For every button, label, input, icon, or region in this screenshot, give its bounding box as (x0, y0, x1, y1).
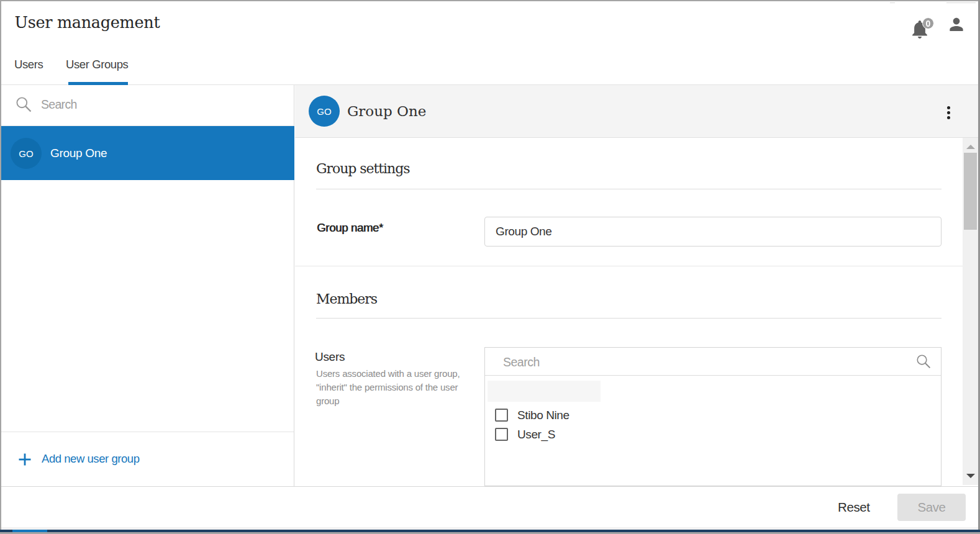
chrome-artifact-tick (890, 2, 895, 3)
section-divider (295, 266, 963, 266)
reset-button[interactable]: Reset (838, 487, 870, 528)
group-list-item-selected[interactable]: GO Group One (1, 126, 294, 180)
tab-user-groups[interactable]: User Groups (66, 58, 128, 71)
sidebar-search-input[interactable] (41, 92, 277, 117)
group-name: Group One (50, 126, 107, 180)
detail-header: GO Group One (295, 85, 978, 138)
window-bottom-progress-segment (12, 530, 47, 532)
user-option-row[interactable]: Stibo Nine (485, 405, 941, 425)
scrollbar-thumb[interactable] (964, 153, 977, 230)
users-picker: Stibo Nine User_S (484, 347, 941, 486)
users-label: Users (315, 350, 345, 364)
group-list-sidebar: GO Group One Add new user group (1, 85, 294, 486)
scroll-up-arrow-icon[interactable] (966, 145, 975, 149)
person-icon (947, 16, 966, 34)
user-option-row[interactable]: User_S (485, 425, 941, 444)
notification-badge: 0 (922, 17, 934, 29)
account-button[interactable] (947, 16, 966, 34)
group-avatar: GO (11, 138, 42, 169)
save-button[interactable]: Save (897, 494, 966, 521)
kebab-dot (947, 106, 950, 109)
chrome-artifact-line (946, 2, 976, 3)
users-help-text: Users associated with a user group, "inh… (316, 367, 502, 408)
add-new-user-group-button[interactable]: Add new user group (1, 432, 294, 486)
detail-content: Group settings Group name* Members Users… (295, 138, 963, 486)
page-title: User management (15, 13, 160, 32)
window-border-left (0, 0, 1, 532)
kebab-dot (947, 111, 950, 114)
members-rule (316, 318, 941, 319)
user-option-label: Stibo Nine (517, 405, 569, 425)
checkbox[interactable] (495, 428, 508, 441)
scroll-down-arrow-icon[interactable] (966, 474, 975, 478)
group-settings-heading: Group settings (316, 161, 409, 176)
window-border-top (0, 0, 980, 1)
detail-avatar: GO (309, 96, 340, 127)
plus-icon (17, 452, 32, 467)
add-new-user-group-label: Add new user group (42, 432, 139, 486)
more-actions-button[interactable] (941, 102, 956, 121)
vertical-scrollbar[interactable] (963, 138, 978, 485)
app-header: User management 0 Users User Groups (1, 1, 978, 85)
tab-users[interactable]: Users (14, 58, 43, 71)
loading-placeholder (488, 381, 601, 402)
group-name-label: Group name* (317, 221, 383, 235)
action-footer: Reset Save (1, 486, 978, 527)
users-picker-search-input[interactable] (503, 353, 888, 373)
group-settings-rule (316, 189, 941, 189)
user-option-label: User_S (517, 425, 555, 444)
users-picker-search-row (485, 348, 941, 376)
members-heading: Members (316, 291, 377, 307)
users-help-line: "inherit" the permissions of the user (316, 381, 502, 394)
group-name-input[interactable] (484, 217, 941, 247)
detail-title: Group One (347, 85, 426, 137)
users-help-line: group (316, 394, 502, 408)
checkbox[interactable] (495, 409, 508, 422)
search-icon (917, 355, 931, 369)
notifications-button[interactable]: 0 (909, 19, 937, 42)
users-help-line: Users associated with a user group, (316, 367, 502, 381)
search-icon (16, 97, 31, 112)
kebab-dot (947, 116, 950, 119)
